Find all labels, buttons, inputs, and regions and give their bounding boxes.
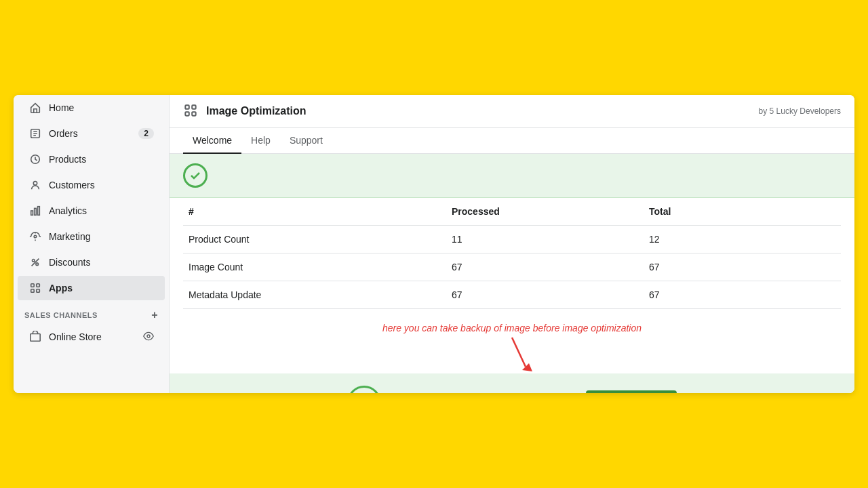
- row-label: Image Count: [183, 253, 446, 281]
- sales-channels-section: SALES CHANNELS +: [14, 301, 169, 324]
- developer-info: by 5 Lucky Developers: [759, 106, 841, 116]
- products-icon: [28, 152, 42, 166]
- sidebar-item-home[interactable]: Home: [18, 96, 165, 120]
- sidebar-item-label: Home: [49, 102, 74, 113]
- col-header-total: Total: [644, 198, 841, 226]
- top-banner: [170, 154, 854, 198]
- sidebar: Home Orders 2 Products: [14, 95, 170, 393]
- sidebar-item-products[interactable]: Products: [18, 147, 165, 171]
- tab-welcome[interactable]: Welcome: [183, 128, 241, 154]
- sidebar-item-label: Discounts: [49, 257, 90, 268]
- svg-rect-4: [35, 208, 37, 215]
- marketing-icon: [28, 230, 42, 243]
- home-icon: [28, 101, 42, 115]
- svg-rect-12: [37, 289, 40, 293]
- tab-support[interactable]: Support: [280, 128, 332, 154]
- orders-badge: 2: [138, 128, 154, 139]
- sidebar-item-apps[interactable]: Apps: [18, 276, 165, 300]
- sidebar-item-marketing[interactable]: Marketing: [18, 224, 165, 249]
- svg-rect-18: [192, 112, 196, 116]
- online-store-icon: [28, 330, 42, 344]
- tab-help[interactable]: Help: [241, 128, 280, 154]
- top-check-circle: [183, 163, 208, 188]
- sidebar-item-label: Orders: [49, 128, 78, 139]
- online-store-label: Online Store: [49, 331, 102, 342]
- row-label: Metadata Update: [183, 281, 446, 309]
- bottom-check-circle: [347, 386, 381, 393]
- annotation-container: here you can take backup of image before…: [170, 309, 854, 373]
- full-backup-button[interactable]: ⬇ Full Backup: [586, 390, 676, 393]
- app-title: Image Optimization: [206, 105, 307, 117]
- customers-icon: [28, 178, 42, 192]
- sidebar-item-label: Marketing: [49, 231, 90, 242]
- sidebar-item-discounts[interactable]: Discounts: [18, 250, 165, 274]
- nav-tabs: Welcome Help Support: [170, 128, 854, 154]
- col-header-label: #: [183, 198, 446, 226]
- svg-rect-5: [38, 207, 40, 216]
- app-header-icon: [183, 103, 199, 119]
- annotation-arrow: [471, 336, 553, 373]
- sidebar-item-label: Customers: [49, 180, 95, 190]
- row-processed: 67: [446, 281, 644, 309]
- bottom-banner: Following Products are optimized: ⬇ Full…: [170, 373, 854, 393]
- discounts-icon: [28, 256, 42, 269]
- sidebar-item-label: Products: [49, 154, 86, 165]
- main-content: Image Optimization by 5 Lucky Developers…: [170, 95, 854, 393]
- row-label: Product Count: [183, 226, 446, 253]
- sidebar-item-analytics[interactable]: Analytics: [18, 199, 165, 223]
- eye-icon[interactable]: [143, 331, 154, 344]
- table-row: Product Count 11 12: [183, 226, 841, 253]
- row-processed: 67: [446, 253, 644, 281]
- table-row: Metadata Update 67 67: [183, 281, 841, 309]
- row-total: 67: [644, 253, 841, 281]
- svg-rect-11: [31, 289, 35, 293]
- add-sales-channel-icon[interactable]: +: [151, 309, 158, 321]
- row-processed: 11: [446, 226, 644, 253]
- sidebar-item-label: Apps: [49, 283, 73, 293]
- sidebar-item-customers[interactable]: Customers: [18, 173, 165, 197]
- svg-rect-15: [185, 105, 189, 109]
- svg-point-7: [33, 260, 35, 262]
- content-area: # Processed Total Product Count 11 12 Im…: [170, 154, 854, 393]
- svg-point-14: [147, 335, 150, 338]
- row-total: 12: [644, 226, 841, 253]
- row-total: 67: [644, 281, 841, 309]
- analytics-icon: [28, 204, 42, 218]
- svg-rect-17: [185, 112, 189, 116]
- svg-rect-9: [31, 284, 35, 287]
- svg-rect-3: [31, 211, 33, 215]
- svg-line-19: [512, 338, 526, 367]
- orders-icon: [28, 127, 42, 140]
- sidebar-item-orders[interactable]: Orders 2: [18, 121, 165, 146]
- svg-rect-13: [31, 334, 40, 342]
- stats-table: # Processed Total Product Count 11 12 Im…: [183, 198, 841, 309]
- table-row: Image Count 67 67: [183, 253, 841, 281]
- app-header: Image Optimization by 5 Lucky Developers: [170, 95, 854, 128]
- svg-point-8: [36, 263, 39, 266]
- annotation-text: here you can take backup of image before…: [183, 323, 841, 333]
- col-header-processed: Processed: [446, 198, 644, 226]
- svg-rect-16: [192, 105, 196, 109]
- sidebar-item-online-store[interactable]: Online Store: [18, 325, 165, 349]
- svg-point-2: [33, 182, 37, 185]
- svg-rect-10: [37, 284, 40, 287]
- apps-icon: [28, 281, 42, 295]
- svg-point-6: [34, 235, 37, 238]
- stats-table-wrapper: # Processed Total Product Count 11 12 Im…: [170, 198, 854, 309]
- sidebar-item-label: Analytics: [49, 205, 87, 216]
